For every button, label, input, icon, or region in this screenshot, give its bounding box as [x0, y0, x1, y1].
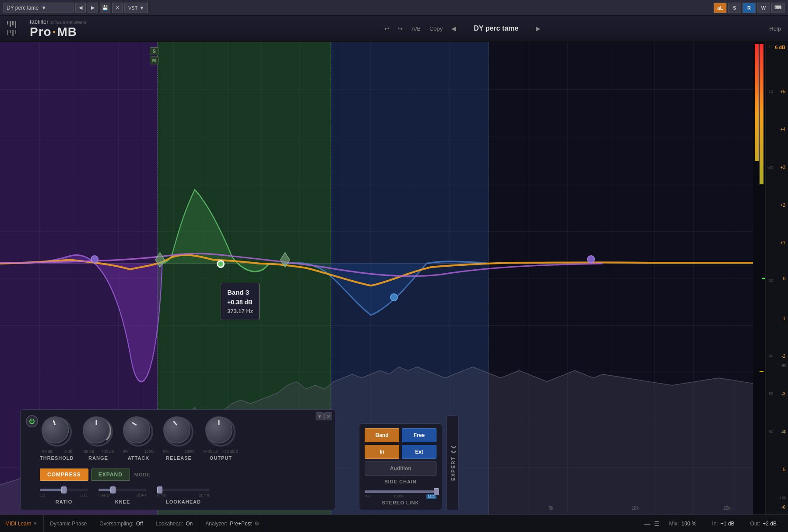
in-gain-label: In: [712, 521, 718, 527]
stereolink-label: STEREO LINK [365, 500, 436, 505]
band2-handle[interactable] [217, 260, 225, 268]
expand-btn[interactable]: EXPAND [91, 469, 130, 481]
expert-panel-btn[interactable]: EXPERT ❮❮ [447, 416, 459, 510]
release-max: 100% [184, 449, 194, 454]
close-btn[interactable]: ✕ [112, 3, 123, 13]
stereolink-max: 100% [394, 494, 404, 499]
lookahead-status-value[interactable]: On [186, 521, 193, 527]
software-label: software instruments [50, 20, 87, 25]
product-name: Pro·MB [30, 25, 87, 39]
preset-selector[interactable]: DY perc tame ▼ [4, 3, 74, 13]
ext-btn[interactable]: Ext [402, 445, 436, 459]
output-knob[interactable] [205, 416, 232, 444]
threshold-knob-wrap[interactable] [41, 416, 73, 447]
free-btn[interactable]: Free [402, 428, 436, 442]
compress-btn[interactable]: COMPRESS [40, 469, 88, 481]
output-knob-wrap[interactable] [205, 416, 236, 447]
band4-handle[interactable] [587, 255, 595, 263]
tooltip-freq: 373.17 Hz [227, 307, 253, 316]
release-label: RELEASE [166, 455, 192, 461]
stereolink-slider[interactable] [365, 490, 436, 493]
db-m6: -6 [781, 505, 785, 510]
vst-btn[interactable]: VST ▼ [124, 3, 148, 13]
logo-text: fabfilter software instruments Pro·MB [30, 18, 87, 39]
expert-label: EXPERT ❮❮ [450, 444, 456, 481]
analyzer-settings-icon[interactable]: ⚙ [254, 520, 260, 527]
dbg-m30: -30 [767, 278, 773, 283]
keyboard-btn[interactable]: ⌨ [771, 3, 784, 13]
lookahead-label: LOOKAHEAD [166, 499, 201, 504]
attack-knob[interactable] [123, 416, 150, 444]
dynamic-phase-item[interactable]: Dynamic Phase [44, 515, 93, 532]
in-btn[interactable]: In [365, 445, 399, 459]
help-btn[interactable]: Help [769, 25, 781, 32]
output-label: OUTPUT [210, 455, 232, 461]
threshold-max: 0 dB [64, 449, 73, 454]
redo-btn[interactable]: ↪ [398, 25, 403, 32]
band1-curve [0, 255, 162, 381]
release-knob-wrap[interactable] [163, 416, 194, 447]
next-preset-btn[interactable]: ▶ [88, 3, 98, 13]
band-btn[interactable]: Band [365, 428, 399, 442]
r-btn[interactable]: R [742, 3, 756, 13]
top-right-btns: aL S R W ⌨ [714, 3, 784, 13]
release-knob[interactable] [163, 416, 190, 444]
midi-learn-arrow: ▼ [33, 521, 37, 526]
in-ext-row: In Ext [365, 445, 436, 459]
w-btn[interactable]: W [757, 3, 770, 13]
threshold-knob[interactable] [42, 416, 69, 444]
status-icon-2[interactable]: ☰ [654, 520, 660, 527]
ratio-min: 1:1 [40, 493, 46, 497]
out-gain-label: Out: [750, 521, 760, 527]
range-knob[interactable] [83, 416, 110, 444]
status-right: — ☰ Mix: 100 % In: +1 dB Out: +2 dB [644, 520, 783, 527]
out-gain-value[interactable]: +2 dB [763, 521, 777, 527]
output-max: +30 dB S [222, 449, 238, 454]
power-button[interactable] [26, 415, 38, 427]
ab-btn[interactable]: A/B [412, 25, 421, 32]
zero-line-marker [762, 278, 765, 279]
db-scale-right: 6 dB +5 +4 +3 +2 +1 0 -1 -2 -3 -4 -5 -6 … [765, 42, 788, 514]
db-p4: +4 [781, 127, 785, 132]
db-p3: +3 [781, 165, 785, 170]
prev-preset-btn[interactable]: ◀ [75, 3, 86, 13]
knee-slider[interactable] [98, 489, 147, 491]
al-btn[interactable]: aL [714, 3, 727, 13]
db-0: 0 [783, 276, 785, 281]
band3-handle[interactable] [390, 293, 398, 301]
oversampling-value[interactable]: Off [136, 521, 143, 527]
header-preset-name: DY perc tame [465, 25, 527, 32]
attack-label: ATTACK [128, 455, 150, 461]
db-m2: -2 [781, 354, 785, 359]
analyzer-value[interactable]: Pre+Post [230, 521, 252, 527]
audition-btn[interactable]: Audition [365, 462, 436, 476]
fab-label: fabfilter [30, 18, 49, 25]
s-btn[interactable]: S [728, 3, 741, 13]
lookahead-slider[interactable] [157, 489, 210, 491]
freq-20k: 20k [724, 506, 731, 511]
output-control: M-30 dB +30 dB S OUTPUT [203, 416, 238, 461]
midi-learn-label: MIDI Learn [5, 521, 31, 527]
copy-btn[interactable]: Copy [429, 25, 443, 32]
knee-max: SOFT [136, 493, 147, 497]
ratio-slider[interactable] [40, 489, 88, 491]
band1-handle[interactable] [91, 255, 98, 263]
status-icon-1[interactable]: — [644, 520, 651, 527]
oversampling-label: Oversampling: [99, 521, 133, 527]
undo-btn[interactable]: ↩ [384, 25, 389, 32]
analyzer-label: Analyzer: [205, 521, 227, 527]
panel-close-btn[interactable]: ✕ [324, 412, 332, 420]
in-gain-value[interactable]: +1 dB [721, 521, 735, 527]
controls-panel: ▼ ✕ -90 dB 0 dB THRESHOLD [20, 409, 335, 510]
panel-dropdown-btn[interactable]: ▼ [316, 412, 324, 420]
attack-knob-wrap[interactable] [123, 416, 154, 447]
ratio-control: 1:1 00:1 RATIO [40, 489, 88, 504]
range-max: +30 dB [102, 449, 114, 454]
range-knob-wrap[interactable] [82, 416, 114, 447]
midi-learn-btn[interactable]: MIDI Learn ▼ [5, 521, 37, 527]
save-preset-btn[interactable]: 💾 [100, 3, 110, 13]
mode-label: MODE [134, 472, 151, 477]
oversampling-item: Oversampling: Off [93, 515, 149, 532]
knee-min: HARD [98, 493, 110, 497]
mix-value[interactable]: 100 % [682, 521, 697, 527]
